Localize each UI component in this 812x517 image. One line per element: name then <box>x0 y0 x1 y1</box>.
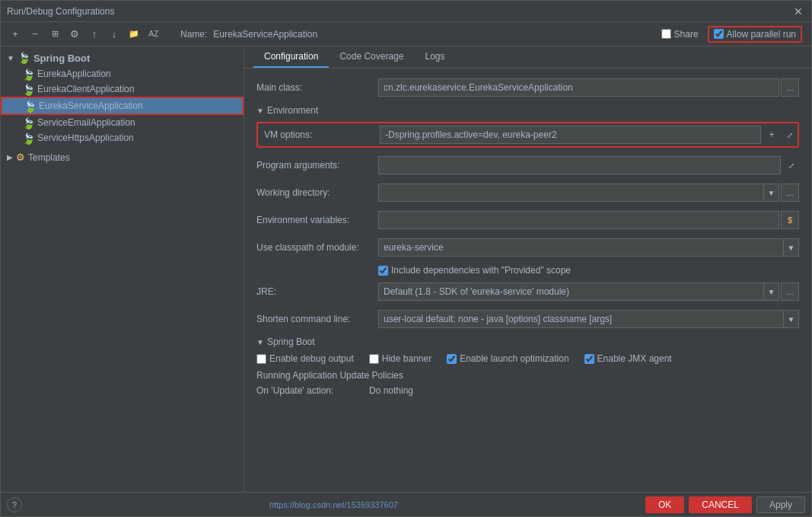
right-options: Share Allow parallel run <box>661 26 802 43</box>
add-button[interactable]: + <box>7 26 24 43</box>
program-args-expand-button[interactable]: ⤢ <box>784 158 799 173</box>
include-deps-row: Include dependencies with "Provided" sco… <box>256 265 799 276</box>
up-button[interactable]: ↑ <box>86 26 103 43</box>
working-dir-row: Working directory: ▼ ... <box>256 183 799 203</box>
shorten-label: Shorten command line: <box>256 314 378 324</box>
program-args-row: Program arguments: ⤢ <box>256 155 799 175</box>
main-class-input[interactable] <box>378 78 779 97</box>
module-select[interactable]: eureka-service <box>378 238 784 257</box>
enable-jmx-option[interactable]: Enable JMX agent <box>584 353 672 364</box>
run-debug-dialog: Run/Debug Configurations ✕ + − ⊞ ⚙ ↑ ↓ 📁… <box>0 0 812 517</box>
working-dir-label: Working directory: <box>256 187 378 198</box>
main-class-label: Main class: <box>256 82 378 93</box>
sidebar-item-eureka-app[interactable]: 🍃 EurekaApplication <box>1 66 244 81</box>
enable-launch-checkbox[interactable] <box>447 354 457 364</box>
chevron-right-icon: ▶ <box>7 153 13 161</box>
remove-button[interactable]: − <box>27 26 43 43</box>
enable-debug-option[interactable]: Enable debug output <box>256 353 354 364</box>
jre-row: JRE: Default (1.8 - SDK of 'eureka-servi… <box>256 282 799 302</box>
sidebar-item-eureka-service[interactable]: 🍃 EurekaServiceApplication <box>1 97 244 115</box>
copy-button[interactable]: ⊞ <box>46 26 63 43</box>
name-label: Name: <box>180 29 207 40</box>
down-button[interactable]: ↓ <box>106 26 123 43</box>
spring-leaf-icon: 🍃 <box>22 84 33 94</box>
ok-button[interactable]: OK <box>645 496 684 513</box>
jre-browse-button[interactable]: ... <box>781 282 799 301</box>
shorten-select[interactable]: user-local default: none - java [options… <box>378 310 784 328</box>
folder-button[interactable]: 📁 <box>126 26 142 43</box>
tab-configuration[interactable]: Configuration <box>253 46 329 68</box>
env-vars-dollar-button[interactable]: $ <box>781 211 799 229</box>
vm-options-fullscreen-button[interactable]: ⤢ <box>782 127 798 142</box>
hide-banner-option[interactable]: Hide banner <box>369 353 431 364</box>
working-dir-dropdown[interactable]: ▼ <box>764 184 779 202</box>
shorten-dropdown[interactable]: ▼ <box>784 310 799 328</box>
on-update-row: On 'Update' action: Do nothing <box>256 385 799 396</box>
config-content: Main class: ... ▼ Environment VM options… <box>244 69 811 492</box>
name-row: Name: EurekaServiceApplication <box>180 29 658 40</box>
jre-label: JRE: <box>256 286 378 297</box>
enable-launch-option[interactable]: Enable launch optimization <box>447 353 568 364</box>
spring-collapse-icon: ▼ <box>256 338 264 346</box>
include-deps-checkbox[interactable]: Include dependencies with "Provided" sco… <box>378 265 571 276</box>
sidebar-item-service-email[interactable]: 🍃 ServiceEmailApplication <box>1 115 244 130</box>
collapse-icon: ▼ <box>256 107 264 115</box>
cancel-button[interactable]: CANCEL <box>689 496 752 513</box>
spring-boot-header[interactable]: ▼ 🍃 Spring Boot <box>1 49 244 66</box>
sidebar-item-eureka-client[interactable]: 🍃 EurekaClientApplication <box>1 81 244 97</box>
bottom-buttons: OK CANCEL Apply <box>645 496 805 513</box>
allow-parallel-checkbox[interactable] <box>714 29 724 39</box>
bottom-bar: ? https://blog.csdn.net/15369337607 OK C… <box>1 492 811 516</box>
close-button[interactable]: ✕ <box>791 5 805 18</box>
spring-boot-section: ▼ Spring Boot Enable debug output Hide b… <box>256 337 799 396</box>
share-option[interactable]: Share <box>661 29 699 40</box>
allow-parallel-option[interactable]: Allow parallel run <box>708 26 802 43</box>
sort-button[interactable]: AZ <box>145 26 162 43</box>
program-args-input[interactable] <box>378 156 781 174</box>
spring-boot-section-header: ▼ Spring Boot <box>256 337 799 347</box>
tab-logs[interactable]: Logs <box>414 46 455 68</box>
running-policy-label: Running Application Update Policies <box>256 370 799 381</box>
enable-jmx-checkbox[interactable] <box>584 354 594 364</box>
shorten-row: Shorten command line: user-local default… <box>256 309 799 329</box>
on-update-value: Do nothing <box>369 385 413 396</box>
toolbar: + − ⊞ ⚙ ↑ ↓ 📁 AZ Name: EurekaServiceAppl… <box>1 22 811 46</box>
module-dropdown[interactable]: ▼ <box>784 238 799 257</box>
env-vars-label: Environment variables: <box>256 215 378 225</box>
hide-banner-checkbox[interactable] <box>369 354 379 364</box>
spring-leaf-icon: 🍃 <box>22 69 33 79</box>
tab-code-coverage[interactable]: Code Coverage <box>329 46 414 68</box>
main-content: ▼ 🍃 Spring Boot 🍃 EurekaApplication 🍃 Eu… <box>1 46 811 492</box>
main-class-row: Main class: ... <box>256 78 799 97</box>
apply-button[interactable]: Apply <box>756 496 805 513</box>
sidebar: ▼ 🍃 Spring Boot 🍃 EurekaApplication 🍃 Eu… <box>1 46 244 492</box>
spring-leaf-icon: 🍃 <box>22 132 33 143</box>
vm-options-expand-button[interactable]: + <box>764 127 779 142</box>
env-vars-input[interactable] <box>378 211 779 229</box>
include-deps-check[interactable] <box>378 266 388 276</box>
gear-icon: ⚙ <box>16 152 25 163</box>
spring-leaf-icon: 🍃 <box>22 117 33 128</box>
spring-boot-checkboxes: Enable debug output Hide banner Enable l… <box>256 353 799 364</box>
classpath-row: Use classpath of module: eureka-service … <box>256 238 799 257</box>
jre-select[interactable]: Default (1.8 - SDK of 'eureka-service' m… <box>378 282 764 301</box>
working-dir-browse-button[interactable]: ... <box>781 184 799 202</box>
share-checkbox[interactable] <box>661 29 671 39</box>
main-class-browse-button[interactable]: ... <box>781 78 799 97</box>
jre-dropdown[interactable]: ▼ <box>764 282 779 301</box>
spring-icon: 🍃 <box>18 52 30 64</box>
environment-section-header: ▼ Environment <box>256 105 799 116</box>
spring-boot-group: ▼ 🍃 Spring Boot 🍃 EurekaApplication 🍃 Eu… <box>1 46 244 148</box>
sidebar-item-service-https[interactable]: 🍃 ServiceHttpsApplication <box>1 130 244 145</box>
enable-debug-checkbox[interactable] <box>256 354 266 364</box>
vm-options-label: VM options: <box>258 129 380 140</box>
help-button[interactable]: ? <box>7 497 22 512</box>
title-bar-text: Run/Debug Configurations <box>7 6 791 17</box>
vm-options-input[interactable] <box>380 126 761 144</box>
working-dir-input[interactable] <box>378 184 764 202</box>
url-display: https://blog.csdn.net/15369337607 <box>269 500 398 509</box>
settings-button[interactable]: ⚙ <box>66 26 83 43</box>
classpath-label: Use classpath of module: <box>256 242 378 253</box>
chevron-down-icon: ▼ <box>7 54 14 62</box>
templates-section[interactable]: ▶ ⚙ Templates <box>1 148 244 166</box>
